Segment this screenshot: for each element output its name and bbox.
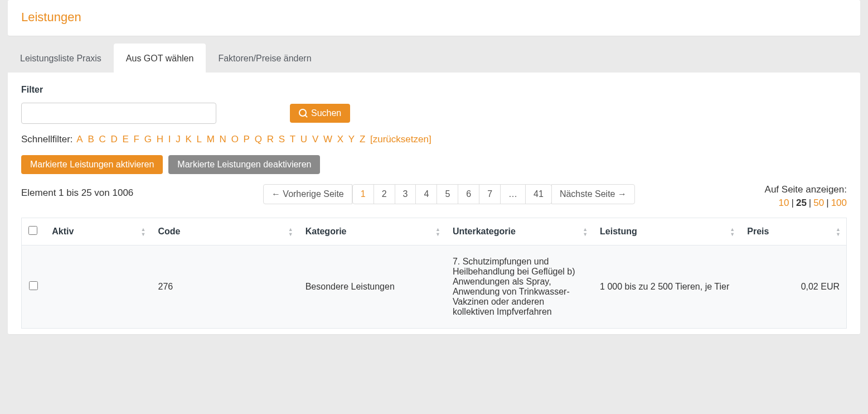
quickfilter-letter-z[interactable]: Z [360,134,365,145]
quickfilter-letter-d[interactable]: D [111,134,118,145]
quickfilter-letter-p[interactable]: P [244,134,250,145]
tab-leistungsliste-praxis[interactable]: Leistungsliste Praxis [8,44,114,73]
quickfilter-letter-y[interactable]: Y [348,134,355,145]
quickfilter-letter-f[interactable]: F [134,134,139,145]
page-size-25: 25 [796,198,807,208]
header-preis[interactable]: Preis [747,227,769,236]
cell-kategorie: Besondere Leistungen [299,245,446,329]
tabs: Leistungsliste Praxis Aus GOT wählen Fak… [8,44,860,73]
tab-faktoren-preise-aendern[interactable]: Faktoren/Preise ändern [206,44,323,73]
quickfilter-letter-w[interactable]: W [323,134,332,145]
quickfilter-label: Schnellfilter: [21,134,73,145]
header-leistung[interactable]: Leistung [600,227,637,236]
quickfilter-letter-e[interactable]: E [123,134,129,145]
next-page-button[interactable]: Nächste Seite → [551,184,635,204]
quickfilter-letter-j[interactable]: J [176,134,181,145]
data-table: Aktiv ▲▼ Code ▲▼ Kategorie ▲▼ Unterkateg… [21,218,847,329]
quickfilter-letter-a[interactable]: A [76,134,83,145]
quickfilter-reset[interactable]: [zurücksetzen] [370,134,431,145]
page-size-10[interactable]: 10 [779,198,789,208]
deactivate-button[interactable]: Markierte Leistungen deaktivieren [168,155,320,174]
quickfilter-letter-k[interactable]: K [185,134,191,145]
result-count: Element 1 bis 25 von 1006 [21,184,133,199]
quickfilter-letter-c[interactable]: C [99,134,106,145]
cell-leistung: 1 000 bis zu 2 500 Tieren, je Tier [593,245,740,329]
row-checkbox[interactable] [29,281,38,290]
activate-button[interactable]: Markierte Leistungen aktivieren [21,155,163,174]
header-code[interactable]: Code [158,227,181,236]
prev-page-button[interactable]: ← Vorherige Seite [263,184,352,204]
page-7[interactable]: 7 [479,184,501,204]
quickfilter-letter-u[interactable]: U [300,134,307,145]
search-icon [299,109,308,118]
page-4[interactable]: 4 [415,184,437,204]
header-unterkategorie[interactable]: Unterkategorie [453,227,516,236]
page-size-100[interactable]: 100 [831,198,847,208]
sort-icon[interactable]: ▲▼ [583,227,588,237]
page-41[interactable]: 41 [525,184,552,204]
cell-unterkategorie: 7. Schutzimpfungen und Heilbehandlung be… [446,245,593,329]
page-size: Auf Seite anzeigen: 10|25|50|100 [765,184,847,209]
header-kategorie[interactable]: Kategorie [306,227,347,236]
quickfilter-letter-r[interactable]: R [267,134,274,145]
table-row: 276Besondere Leistungen7. Schutzimpfunge… [22,245,847,329]
quickfilter-letter-b[interactable]: B [88,134,94,145]
filter-label: Filter [21,85,847,95]
quickfilter-letter-g[interactable]: G [144,134,152,145]
quickfilter-letter-h[interactable]: H [157,134,163,145]
header-aktiv[interactable]: Aktiv [52,227,74,236]
page-6[interactable]: 6 [458,184,479,204]
cell-preis: 0,02 EUR [740,245,846,329]
select-all-checkbox[interactable] [28,226,37,235]
quickfilter-letter-s[interactable]: S [279,134,285,145]
quickfilter: Schnellfilter: A B C D E F G H I J K L M… [21,134,847,145]
quickfilter-letter-l[interactable]: L [197,134,202,145]
page-title: Leistungen [21,10,847,25]
quickfilter-letter-t[interactable]: T [290,134,295,145]
sort-icon[interactable]: ▲▼ [141,227,146,237]
cell-aktiv [45,245,151,329]
page-ellipsis: … [500,184,526,204]
sort-icon[interactable]: ▲▼ [836,227,841,237]
sort-icon[interactable]: ▲▼ [730,227,735,237]
search-button[interactable]: Suchen [290,104,350,123]
page-3[interactable]: 3 [395,184,416,204]
tab-aus-got-waehlen[interactable]: Aus GOT wählen [114,44,206,73]
page-2[interactable]: 2 [374,184,395,204]
quickfilter-letter-m[interactable]: M [207,134,215,145]
sort-icon[interactable]: ▲▼ [435,227,440,237]
page-5[interactable]: 5 [437,184,458,204]
page-1[interactable]: 1 [352,184,374,204]
page-size-50[interactable]: 50 [813,198,824,208]
quickfilter-letter-x[interactable]: X [337,134,343,145]
cell-code: 276 [152,245,299,329]
quickfilter-letter-i[interactable]: I [168,134,171,145]
quickfilter-letter-q[interactable]: Q [255,134,262,145]
sort-icon[interactable]: ▲▼ [288,227,293,237]
quickfilter-letter-v[interactable]: V [312,134,318,145]
quickfilter-letter-o[interactable]: O [231,134,239,145]
filter-input[interactable] [21,103,216,124]
page-size-label: Auf Seite anzeigen: [765,184,847,195]
pagination: ← Vorherige Seite 1234567…41 Nächste Sei… [144,184,753,204]
quickfilter-letter-n[interactable]: N [220,134,226,145]
search-button-label: Suchen [311,108,341,118]
